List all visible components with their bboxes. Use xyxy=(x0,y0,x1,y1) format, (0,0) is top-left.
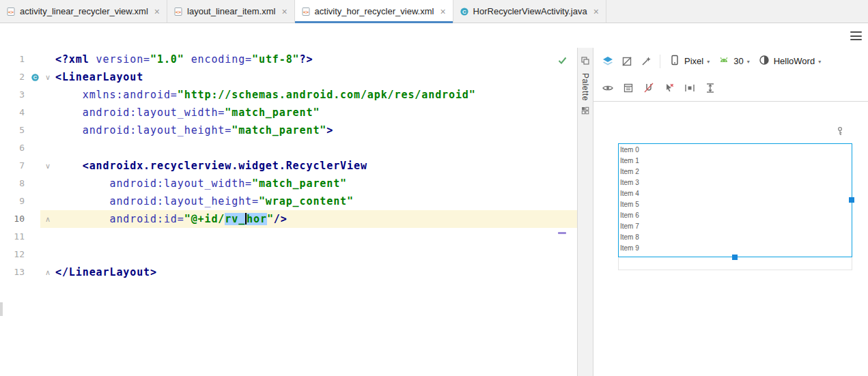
gutter-cell xyxy=(29,228,40,246)
code-line[interactable]: 6 xyxy=(0,139,577,157)
close-tab-icon[interactable]: × xyxy=(440,7,445,16)
line-number: 5 xyxy=(0,121,29,139)
code-text[interactable]: <LinearLayout xyxy=(55,68,577,86)
gutter-cell xyxy=(29,210,40,228)
api-version-selector[interactable]: 30 ▾ xyxy=(714,53,753,70)
fold-up-icon[interactable]: ∧ xyxy=(40,263,55,281)
code-token: android:layout_width= xyxy=(83,106,225,119)
code-line[interactable]: 5 android:layout_height="match_parent"> xyxy=(0,121,577,139)
line-number: 12 xyxy=(0,246,29,263)
render-options-icon[interactable] xyxy=(637,53,655,70)
code-text[interactable]: android:layout_height="match_parent"> xyxy=(55,121,577,139)
autoconnect-off-icon[interactable] xyxy=(640,79,658,97)
code-line[interactable]: 11 xyxy=(0,228,577,246)
line-number: 1 xyxy=(0,50,29,68)
close-tab-icon[interactable]: × xyxy=(593,7,599,16)
tool-window-stripe[interactable] xyxy=(0,302,3,316)
clear-constraints-icon[interactable] xyxy=(660,79,678,97)
code-text[interactable] xyxy=(55,228,577,246)
resize-handle-right[interactable] xyxy=(849,197,854,203)
code-line[interactable]: 8 android:layout_width="match_parent" xyxy=(0,175,577,192)
code-text[interactable]: <androidx.recyclerview.widget.RecyclerVi… xyxy=(55,157,577,175)
code-line[interactable]: 13∧</LinearLayout> xyxy=(0,263,577,281)
hamburger-menu-icon[interactable] xyxy=(850,31,862,40)
design-toolbar-row1: Pixel ▾ 30 ▾ HelloWord ▾ xyxy=(593,48,868,74)
code-text[interactable]: <?xml version="1.0" encoding="utf-8"?> xyxy=(55,50,577,68)
code-token: android:layout_height= xyxy=(109,195,258,207)
view-options-icon[interactable] xyxy=(599,79,617,97)
code-token: <?xml xyxy=(55,53,96,66)
fold-gutter xyxy=(40,192,55,210)
palette-tab-label[interactable]: Palette xyxy=(580,73,590,101)
inspections-ok-icon[interactable] xyxy=(557,55,568,68)
code-text[interactable] xyxy=(55,246,577,263)
close-tab-icon[interactable]: × xyxy=(281,7,287,16)
svg-text:<>: <> xyxy=(8,9,14,14)
code-line[interactable]: 9 android:layout_height="wrap_content" xyxy=(0,192,577,210)
code-token xyxy=(184,53,191,66)
editor-tab[interactable]: <>activity_hor_recycler_view.xml× xyxy=(295,0,453,23)
code-token: "match_parent" xyxy=(232,124,326,136)
blueprint-off-icon[interactable] xyxy=(618,53,636,70)
code-token: rv_ xyxy=(225,213,245,225)
line-number: 10 xyxy=(0,210,29,228)
editor-tab[interactable]: <>layout_linear_item.xml× xyxy=(167,0,295,23)
code-token: android:layout_width= xyxy=(109,177,252,190)
code-text[interactable]: android:layout_width="match_parent" xyxy=(55,104,577,121)
android-studio-window: <>activity_linear_recycler_view.xml×<>la… xyxy=(0,0,868,376)
design-surface-icon[interactable] xyxy=(599,53,617,70)
code-text[interactable]: android:layout_height="wrap_content" xyxy=(55,192,577,210)
class-circle-icon: C xyxy=(29,68,40,86)
code-line[interactable]: 4 android:layout_width="match_parent" xyxy=(0,104,577,121)
system-ui-icon[interactable] xyxy=(619,79,637,97)
close-tab-icon[interactable]: × xyxy=(154,7,160,16)
code-line[interactable]: 3 xmlns:android="http://schemas.android.… xyxy=(0,86,577,104)
line-number: 13 xyxy=(0,263,29,281)
selection-outline[interactable] xyxy=(618,143,852,257)
code-text[interactable] xyxy=(55,139,577,157)
code-token: android:id= xyxy=(109,213,184,225)
java-class-icon: C xyxy=(460,7,469,16)
design-toolbar-row2 xyxy=(593,74,868,102)
tab-label: activity_linear_recycler_view.xml xyxy=(20,6,148,16)
grid-icon xyxy=(580,106,590,118)
layers-icon xyxy=(580,56,590,68)
android-icon xyxy=(718,54,730,69)
code-token: </LinearLayout> xyxy=(55,266,157,278)
line-number: 4 xyxy=(0,104,29,121)
xml-file-icon: <> xyxy=(173,7,183,16)
editor-tab[interactable]: <>activity_linear_recycler_view.xml× xyxy=(0,0,167,23)
code-text[interactable]: xmlns:android="http://schemas.android.co… xyxy=(55,86,577,104)
editor-tab[interactable]: CHorRecyclerViewActivity.java× xyxy=(453,0,606,23)
code-line[interactable]: 10∧ android:id="@+id/rv_hor"/> xyxy=(0,210,577,228)
code-text[interactable]: </LinearLayout> xyxy=(55,263,577,281)
fold-down-icon[interactable]: ∨ xyxy=(40,157,55,175)
code-text[interactable]: android:layout_width="match_parent" xyxy=(55,175,577,192)
code-line[interactable]: 1<?xml version="1.0" encoding="utf-8"?> xyxy=(0,50,577,68)
code-text[interactable]: android:id="@+id/rv_hor"/> xyxy=(55,210,577,228)
code-line[interactable]: 7∨ <androidx.recyclerview.widget.Recycle… xyxy=(0,157,577,175)
code-line[interactable]: 12 xyxy=(0,246,577,263)
fold-down-icon[interactable]: ∨ xyxy=(40,68,55,86)
expand-vertical-icon[interactable] xyxy=(701,79,719,97)
device-selector[interactable]: Pixel ▾ xyxy=(665,53,713,70)
code-token: <androidx.recyclerview.widget.RecyclerVi… xyxy=(83,160,367,172)
palette-tool-tab[interactable]: Palette xyxy=(577,48,593,376)
code-token: encoding= xyxy=(191,53,252,66)
code-editor[interactable]: 1<?xml version="1.0" encoding="utf-8"?>2… xyxy=(0,48,577,376)
svg-text:C: C xyxy=(33,74,37,81)
theme-selector[interactable]: HelloWord ▾ xyxy=(755,53,824,70)
pack-horizontal-icon[interactable] xyxy=(681,79,699,97)
resize-handle-bottom[interactable] xyxy=(732,255,738,260)
svg-text:C: C xyxy=(462,9,466,15)
toolbar-separator xyxy=(660,55,660,68)
gutter-cell xyxy=(29,50,40,68)
gutter-cell xyxy=(29,263,40,281)
fold-up-icon[interactable]: ∧ xyxy=(40,210,55,228)
line-number: 7 xyxy=(0,157,29,175)
tab-label: activity_hor_recycler_view.xml xyxy=(315,6,434,16)
chevron-down-icon: ▾ xyxy=(747,59,750,65)
gutter-cell xyxy=(29,104,40,121)
key-icon[interactable] xyxy=(835,126,845,139)
code-line[interactable]: 2C∨<LinearLayout xyxy=(0,68,577,86)
